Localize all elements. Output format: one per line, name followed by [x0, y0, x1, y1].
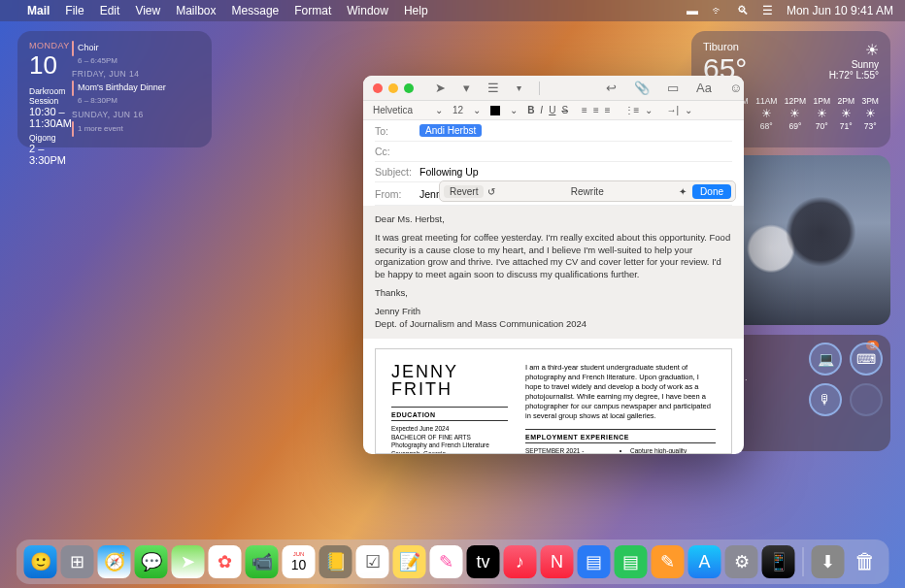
chevron-icon[interactable]: ⌄	[510, 105, 518, 115]
indent-icon[interactable]: →|	[666, 105, 679, 115]
align-left-icon[interactable]: ≡	[582, 105, 587, 115]
list-icon[interactable]: ⋮≡	[624, 105, 640, 115]
close-button[interactable]	[373, 83, 383, 93]
dock-launchpad[interactable]: ⊞	[61, 545, 94, 578]
dock-numbers[interactable]: ▤	[615, 545, 648, 578]
send-icon[interactable]: ➤	[435, 81, 446, 95]
calendar-dow: MONDAY	[29, 41, 72, 50]
attach-icon[interactable]: 📎	[634, 81, 650, 95]
dock-settings[interactable]: ⚙	[725, 545, 758, 578]
recipient-pill[interactable]: Andi Herbst	[419, 124, 482, 137]
window-titlebar[interactable]: ➤ ▾ ☰ ▾ ↩ 📎 ▭ Aa ☺ ▣ ▾	[363, 76, 744, 101]
hour-temp: 69°	[785, 121, 806, 131]
underline-button[interactable]: U	[549, 105, 555, 115]
menu-mailbox[interactable]: Mailbox	[176, 4, 216, 17]
menu-window[interactable]: Window	[347, 4, 388, 17]
dock-finder[interactable]: 🙂	[24, 545, 57, 578]
dock-notes[interactable]: 📝	[393, 545, 426, 578]
laptop-icon[interactable]: 💻	[809, 343, 842, 376]
body-paragraph: It was great meeting for coffee yesterda…	[375, 232, 732, 281]
chevron-icon[interactable]: ⌄	[645, 105, 653, 115]
resume-line: BACHELOR OF FINE ARTS	[391, 434, 508, 441]
font-select[interactable]: Helvetica	[373, 105, 425, 115]
control-center-icon[interactable]: ☰	[762, 4, 773, 17]
calendar-day: 10	[29, 50, 72, 81]
minimize-button[interactable]	[388, 83, 398, 93]
dock-downloads[interactable]: ⬇	[812, 545, 845, 578]
reply-icon[interactable]: ↩	[606, 81, 617, 95]
menu-view[interactable]: View	[135, 4, 160, 17]
dock-maps[interactable]: ➤	[172, 545, 205, 578]
rewrite-toolbar: Revert ↺ Rewrite ✦ Done	[439, 180, 736, 202]
align-right-icon[interactable]: ≡	[605, 105, 611, 115]
undo-icon[interactable]: ↺	[487, 186, 495, 197]
dock-iphone-mirror[interactable]: 📱	[762, 545, 795, 578]
font-size[interactable]: 12	[452, 105, 463, 115]
more-events: 1 more event	[78, 124, 123, 133]
dock-messages[interactable]: 💬	[135, 545, 168, 578]
header-fields-icon[interactable]: ☰	[487, 81, 499, 95]
message-body[interactable]: Dear Ms. Herbst, It was great meeting fo…	[363, 206, 744, 339]
format-icon[interactable]: Aa	[696, 81, 712, 95]
dock-keynote[interactable]: ▤	[578, 545, 611, 578]
menu-format[interactable]: Format	[294, 4, 331, 17]
dock-calendar[interactable]: JUN10	[283, 545, 316, 578]
hour-label: 12PM	[785, 96, 806, 106]
resume-name: FRITH	[391, 379, 452, 399]
dropdown-icon[interactable]: ▾	[517, 82, 521, 93]
hour-temp: 73°	[861, 121, 878, 131]
photo-browser-icon[interactable]: ▭	[667, 81, 679, 95]
italic-button[interactable]: I	[540, 105, 543, 115]
color-swatch[interactable]	[490, 106, 500, 115]
battery-icon[interactable]: ▬	[687, 4, 698, 17]
dock-safari[interactable]: 🧭	[98, 545, 131, 578]
dock-contacts[interactable]: 📒	[319, 545, 352, 578]
mic-icon[interactable]: 🎙	[809, 383, 842, 416]
dock-facetime[interactable]: 📹	[246, 545, 279, 578]
dock-news[interactable]: N	[541, 545, 574, 578]
subject-field[interactable]: Following Up	[419, 166, 479, 178]
sun-icon: ☀︎	[829, 41, 879, 59]
resume-line: Photography and French Literature	[391, 441, 508, 449]
dropdown-icon[interactable]: ▾	[463, 81, 470, 95]
menu-edit[interactable]: Edit	[100, 4, 120, 17]
dock-separator	[803, 547, 804, 576]
menu-message[interactable]: Message	[232, 4, 280, 17]
chevron-icon[interactable]: ⌄	[435, 105, 443, 115]
calendar-widget[interactable]: MONDAY 10 Darkroom Session 10:30 – 11:30…	[17, 31, 212, 147]
dock-photos[interactable]: ✿	[209, 545, 242, 578]
keyboard-icon[interactable]: ⌨	[850, 343, 883, 376]
dock-reminders[interactable]: ☑	[356, 545, 389, 578]
app-menu[interactable]: Mail	[27, 4, 50, 17]
align-center-icon[interactable]: ≡	[593, 105, 599, 115]
dock-pages[interactable]: ✎	[652, 545, 685, 578]
resume-attachment[interactable]: JENNYFRITH EDUCATION Expected June 2024 …	[375, 348, 732, 455]
spotlight-icon[interactable]: 🔍︎	[737, 4, 749, 17]
hour-label: 11AM	[755, 96, 777, 106]
menubar-clock[interactable]: Mon Jun 10 9:41 AM	[787, 4, 893, 17]
zoom-button[interactable]	[404, 83, 414, 93]
dock-trash[interactable]: 🗑	[849, 545, 882, 578]
menu-help[interactable]: Help	[404, 4, 428, 17]
done-button[interactable]: Done	[692, 184, 731, 199]
resume-name: JENNY	[391, 362, 458, 381]
revert-button[interactable]: Revert	[444, 185, 484, 198]
event-time: 10:30 – 11:30AM	[29, 106, 72, 129]
dock-appstore[interactable]: A	[688, 545, 721, 578]
chevron-icon[interactable]: ⌄	[473, 105, 481, 115]
section-header: EDUCATION	[391, 411, 508, 418]
dock-music[interactable]: ♪	[504, 545, 537, 578]
sparkle-icon[interactable]: ✦	[679, 186, 687, 197]
event-title: Darkroom Session	[29, 86, 72, 106]
wifi-icon[interactable]: ᯤ	[712, 4, 723, 17]
subject-label: Subject:	[375, 166, 419, 178]
strike-button[interactable]: S	[561, 105, 568, 115]
chevron-icon[interactable]: ⌄	[685, 105, 692, 115]
event-title: Choir	[78, 43, 99, 52]
menu-file[interactable]: File	[65, 4, 84, 17]
dock-tv[interactable]: tv	[467, 545, 500, 578]
bold-button[interactable]: B	[527, 105, 534, 115]
dock-freeform[interactable]: ✎	[430, 545, 463, 578]
event-time: 6 – 8:30PM	[78, 96, 200, 106]
emoji-icon[interactable]: ☺	[729, 81, 742, 95]
